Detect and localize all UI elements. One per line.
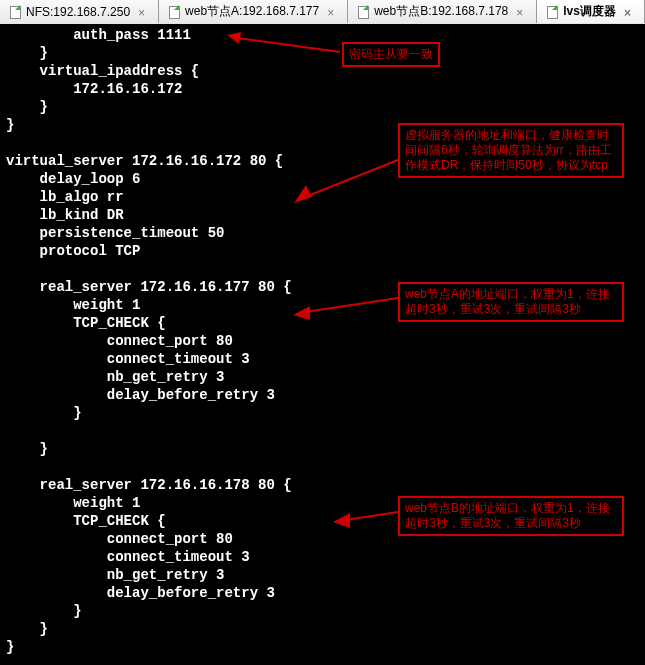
- code-line: protocol TCP: [6, 243, 140, 259]
- code-line: delay_loop 6: [6, 171, 140, 187]
- code-line: virtual_server 172.16.16.172 80 {: [6, 153, 283, 169]
- code-line: connect_timeout 3: [6, 351, 250, 367]
- code-line: TCP_CHECK {: [6, 513, 166, 529]
- close-icon[interactable]: ×: [327, 6, 339, 18]
- annotation-virtual-server: 虚拟服务器的地址和端口，健康检查时间间隔6秒，轮询调度算法为rr，路由工作模式D…: [398, 123, 624, 178]
- file-icon: [8, 5, 22, 19]
- tab-label: web节点A:192.168.7.177: [185, 3, 319, 20]
- code-line: weight 1: [6, 297, 140, 313]
- app-window: NFS:192.168.7.250 × web节点A:192.168.7.177…: [0, 0, 645, 665]
- code-line: real_server 172.16.16.177 80 {: [6, 279, 292, 295]
- code-line: lb_kind DR: [6, 207, 124, 223]
- code-line: nb_get_retry 3: [6, 567, 224, 583]
- tab-web-a[interactable]: web节点A:192.168.7.177 ×: [159, 0, 348, 23]
- close-icon[interactable]: ×: [138, 6, 150, 18]
- code-line: connect_port 80: [6, 333, 233, 349]
- code-line: }: [6, 99, 48, 115]
- code-line: }: [6, 621, 48, 637]
- code-line: real_server 172.16.16.178 80 {: [6, 477, 292, 493]
- annotation-password: 密码主从要一致: [342, 42, 440, 67]
- code-line: delay_before_retry 3: [6, 585, 275, 601]
- tab-lvs[interactable]: lvs调度器 ×: [537, 0, 645, 23]
- tab-bar: NFS:192.168.7.250 × web节点A:192.168.7.177…: [0, 0, 645, 25]
- code-line: 172.16.16.172: [6, 81, 182, 97]
- code-line: }: [6, 405, 82, 421]
- code-line: nb_get_retry 3: [6, 369, 224, 385]
- file-icon: [545, 5, 559, 19]
- tab-label: web节点B:192.168.7.178: [374, 3, 508, 20]
- code-line: lb_algo rr: [6, 189, 124, 205]
- code-line: delay_before_retry 3: [6, 387, 275, 403]
- code-line: persistence_timeout 50: [6, 225, 224, 241]
- annotation-real-server-a: web节点A的地址端口，权重为1，连接超时3秒，重试3次，重试间隔3秒: [398, 282, 624, 322]
- code-line: connect_timeout 3: [6, 549, 250, 565]
- tab-nfs[interactable]: NFS:192.168.7.250 ×: [0, 0, 159, 23]
- tab-web-b[interactable]: web节点B:192.168.7.178 ×: [348, 0, 537, 23]
- code-line: auth_pass 1111: [6, 27, 191, 43]
- code-line: }: [6, 639, 14, 655]
- annotation-real-server-b: web节点B的地址端口，权重为1，连接超时3秒，重试3次，重试间隔3秒: [398, 496, 624, 536]
- code-line: virtual_ipaddress {: [6, 63, 199, 79]
- code-line: TCP_CHECK {: [6, 315, 166, 331]
- close-icon[interactable]: ×: [624, 6, 636, 18]
- editor-content[interactable]: auth_pass 1111 } virtual_ipaddress { 172…: [0, 24, 645, 665]
- code-line: weight 1: [6, 495, 140, 511]
- code-line: connect_port 80: [6, 531, 233, 547]
- close-icon[interactable]: ×: [516, 6, 528, 18]
- code-line: }: [6, 117, 14, 133]
- file-icon: [167, 5, 181, 19]
- tab-label: NFS:192.168.7.250: [26, 5, 130, 19]
- code-line: }: [6, 45, 48, 61]
- code-line: }: [6, 441, 48, 457]
- file-icon: [356, 5, 370, 19]
- code-line: }: [6, 603, 82, 619]
- tab-label: lvs调度器: [563, 3, 616, 20]
